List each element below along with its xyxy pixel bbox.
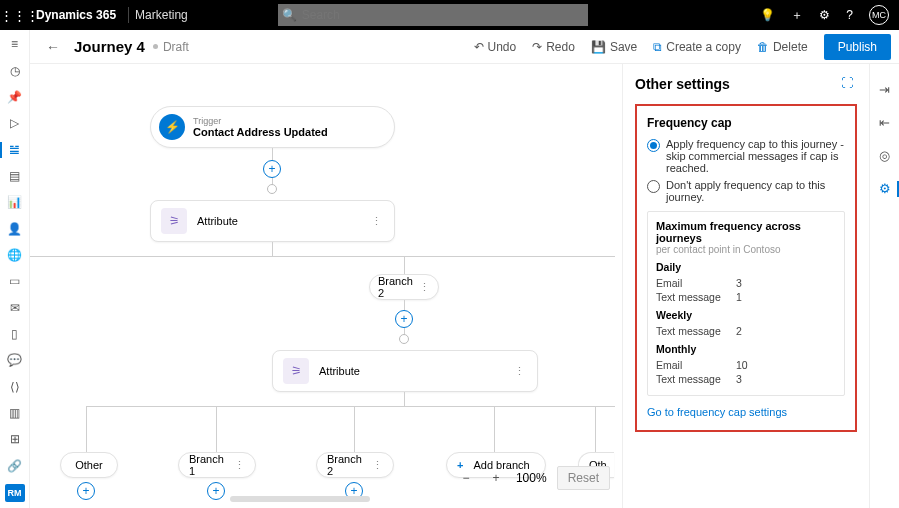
more-icon[interactable]: ⋮: [419, 281, 430, 294]
freq-value: 10: [736, 359, 748, 371]
more-icon[interactable]: ⋮: [234, 459, 245, 472]
mail-icon[interactable]: ✉: [6, 299, 24, 315]
code-icon[interactable]: ⟨⟩: [6, 378, 24, 394]
journey-canvas[interactable]: ⚡ Trigger Contact Address Updated + ⚞ At…: [30, 64, 623, 508]
page-title: Journey 4: [66, 38, 153, 55]
help-icon[interactable]: ?: [846, 8, 853, 22]
expand-panel-icon[interactable]: ⛶: [841, 76, 853, 90]
menu-icon[interactable]: ≡: [6, 36, 24, 52]
library-icon[interactable]: ▥: [6, 405, 24, 421]
clock-icon[interactable]: ◷: [6, 62, 24, 78]
expand-in-icon[interactable]: ⇥: [879, 82, 890, 97]
add-step-button[interactable]: +: [263, 160, 281, 178]
add-icon[interactable]: ＋: [791, 7, 803, 24]
frequency-cap-section: Frequency cap Apply frequency cap to thi…: [635, 104, 857, 432]
connector-ring: [399, 334, 409, 344]
copy-button[interactable]: ⧉Create a copy: [647, 36, 747, 58]
more-icon[interactable]: ⋮: [371, 215, 382, 228]
more-icon[interactable]: ⋮: [372, 459, 383, 472]
max-freq-title: Maximum frequency across journeys: [656, 220, 836, 244]
search-input[interactable]: [302, 8, 588, 22]
connector: [216, 406, 217, 452]
freq-group: DailyEmail3Text message1: [656, 261, 836, 303]
freqcap-skip-option[interactable]: Don't apply frequency cap to this journe…: [647, 179, 845, 203]
radio-checked-icon: [647, 139, 660, 152]
more-icon[interactable]: ⋮: [514, 365, 525, 378]
attribute-label: Attribute: [197, 215, 238, 227]
zoom-value: 100%: [516, 471, 547, 485]
journey-icon[interactable]: 𝌡: [6, 141, 24, 157]
grid-icon[interactable]: ⊞: [6, 431, 24, 447]
tag-icon[interactable]: ▭: [6, 273, 24, 289]
branch-icon: ⚞: [283, 358, 309, 384]
redo-icon: ↷: [532, 40, 542, 54]
trigger-node[interactable]: ⚡ Trigger Contact Address Updated: [150, 106, 395, 148]
link-icon[interactable]: 🔗: [6, 458, 24, 474]
settings-panel: Other settings ⛶ Frequency cap Apply fre…: [623, 64, 869, 508]
freq-group-title: Monthly: [656, 343, 836, 355]
save-icon: 💾: [591, 40, 606, 54]
freq-value: 3: [736, 373, 742, 385]
search-icon: 🔍: [278, 8, 302, 22]
add-step-button[interactable]: +: [77, 482, 95, 500]
add-step-button[interactable]: +: [207, 482, 225, 500]
global-header: ⋮⋮⋮ Dynamics 365 Marketing 🔍 💡 ＋ ⚙ ? MC: [0, 0, 899, 30]
person-icon[interactable]: 👤: [6, 220, 24, 236]
layers-icon[interactable]: ▤: [6, 168, 24, 184]
branch1-node[interactable]: Branch 1⋮: [178, 452, 256, 478]
target-icon[interactable]: ◎: [879, 148, 890, 163]
module-label[interactable]: Marketing: [135, 8, 188, 22]
zoom-reset-button[interactable]: Reset: [557, 466, 610, 490]
attribute-node[interactable]: ⚞ Attribute ⋮: [150, 200, 395, 242]
branch2-node[interactable]: Branch 2⋮: [316, 452, 394, 478]
zoom-controls: − + 100% Reset: [456, 466, 610, 490]
freq-value: 1: [736, 291, 742, 303]
play-icon[interactable]: ▷: [6, 115, 24, 131]
undo-button[interactable]: ↶Undo: [468, 36, 523, 58]
trash-icon: 🗑: [757, 40, 769, 54]
freq-row: Text message2: [656, 325, 836, 337]
save-button[interactable]: 💾Save: [585, 36, 643, 58]
connector: [272, 242, 273, 256]
expand-out-icon[interactable]: ⇤: [879, 115, 890, 130]
chat-icon[interactable]: 💬: [6, 352, 24, 368]
copy-icon: ⧉: [653, 40, 662, 54]
status-dot: [153, 44, 158, 49]
pin-icon[interactable]: 📌: [6, 89, 24, 105]
trigger-name: Contact Address Updated: [193, 126, 328, 138]
lightbulb-icon[interactable]: 💡: [760, 8, 775, 22]
horizontal-scrollbar[interactable]: [230, 496, 370, 502]
connector: [86, 406, 615, 407]
back-icon[interactable]: ←: [40, 39, 66, 55]
freq-row: Email3: [656, 277, 836, 289]
gear-icon[interactable]: ⚙: [879, 181, 891, 196]
connector: [595, 406, 596, 452]
delete-button[interactable]: 🗑Delete: [751, 36, 814, 58]
avatar[interactable]: MC: [869, 5, 889, 25]
freq-settings-link[interactable]: Go to frequency cap settings: [647, 406, 787, 418]
panel-title: Other settings: [635, 76, 869, 92]
bolt-icon: ⚡: [159, 114, 185, 140]
right-rail: ⇥ ⇤ ◎ ⚙: [869, 64, 899, 508]
freqcap-apply-option[interactable]: Apply frequency cap to this journey - sk…: [647, 138, 845, 174]
other-branch-node[interactable]: Other: [60, 452, 118, 478]
freq-row: Text message3: [656, 373, 836, 385]
device-icon[interactable]: ▯: [6, 326, 24, 342]
settings-icon[interactable]: ⚙: [819, 8, 830, 22]
add-step-button[interactable]: +: [395, 310, 413, 328]
freq-channel: Text message: [656, 373, 736, 385]
zoom-out-button[interactable]: −: [456, 468, 476, 488]
divider: [128, 7, 129, 23]
globe-icon[interactable]: 🌐: [6, 247, 24, 263]
redo-button[interactable]: ↷Redo: [526, 36, 581, 58]
global-search[interactable]: 🔍: [278, 4, 588, 26]
publish-button[interactable]: Publish: [824, 34, 891, 60]
zoom-in-button[interactable]: +: [486, 468, 506, 488]
connector: [86, 406, 87, 452]
freq-value: 2: [736, 325, 742, 337]
branch2-node[interactable]: Branch 2 ⋮: [369, 274, 439, 300]
attribute-node[interactable]: ⚞ Attribute ⋮: [272, 350, 538, 392]
app-badge[interactable]: RM: [5, 484, 25, 502]
chart-icon[interactable]: 📊: [6, 194, 24, 210]
app-launcher-icon[interactable]: ⋮⋮⋮: [0, 8, 30, 23]
